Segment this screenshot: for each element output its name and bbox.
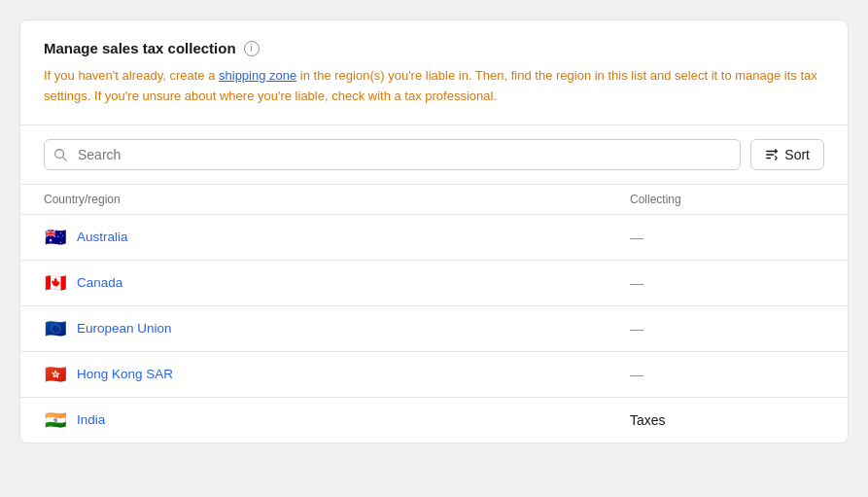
column-country: Country/region: [44, 193, 630, 206]
card-header: Manage sales tax collection i If you hav…: [20, 20, 848, 125]
country-flag: 🇨🇦: [44, 274, 67, 292]
sales-tax-card: Manage sales tax collection i If you hav…: [19, 19, 849, 444]
search-sort-row: Sort: [20, 125, 848, 185]
country-flag: 🇦🇺: [44, 229, 67, 246]
country-name: Australia: [77, 230, 128, 244]
title-row: Manage sales tax collection i: [44, 40, 824, 56]
table-row[interactable]: 🇨🇦 Canada —: [20, 261, 848, 306]
sort-label: Sort: [784, 147, 810, 162]
search-icon: [53, 148, 67, 161]
country-flag: 🇪🇺: [44, 320, 67, 337]
collecting-cell: Taxes: [630, 412, 824, 428]
collecting-cell: —: [630, 275, 824, 291]
country-cell: 🇪🇺 European Union: [44, 320, 630, 337]
country-flag: 🇮🇳: [44, 411, 67, 429]
table-header: Country/region Collecting: [20, 185, 848, 215]
country-flag: 🇭🇰: [44, 366, 67, 383]
svg-line-1: [63, 157, 67, 160]
card-title: Manage sales tax collection: [44, 40, 236, 56]
collecting-cell: —: [630, 367, 824, 382]
country-name: Hong Kong SAR: [77, 367, 173, 381]
country-cell: 🇭🇰 Hong Kong SAR: [44, 366, 630, 383]
table-body: 🇦🇺 Australia — 🇨🇦 Canada — 🇪🇺 European U…: [20, 215, 848, 443]
table-row[interactable]: 🇭🇰 Hong Kong SAR —: [20, 352, 848, 398]
info-icon[interactable]: i: [244, 41, 260, 56]
column-collecting: Collecting: [630, 193, 824, 206]
country-cell: 🇮🇳 India: [44, 411, 630, 429]
table-row[interactable]: 🇦🇺 Australia —: [20, 215, 848, 261]
country-name: India: [77, 412, 105, 427]
collecting-cell: —: [630, 321, 824, 337]
search-input[interactable]: [44, 139, 741, 170]
country-name: European Union: [77, 321, 172, 336]
card-description: If you haven't already, create a shippin…: [44, 66, 824, 107]
sort-button[interactable]: Sort: [750, 139, 824, 170]
country-name: Canada: [77, 275, 122, 290]
country-cell: 🇨🇦 Canada: [44, 274, 630, 292]
sort-icon: [765, 148, 779, 161]
country-cell: 🇦🇺 Australia: [44, 229, 630, 246]
table-row[interactable]: 🇪🇺 European Union —: [20, 306, 848, 352]
shipping-zone-link[interactable]: shipping zone: [219, 68, 296, 83]
search-wrapper: [44, 139, 741, 170]
collecting-cell: —: [630, 230, 824, 245]
table-row[interactable]: 🇮🇳 India Taxes: [20, 398, 848, 443]
